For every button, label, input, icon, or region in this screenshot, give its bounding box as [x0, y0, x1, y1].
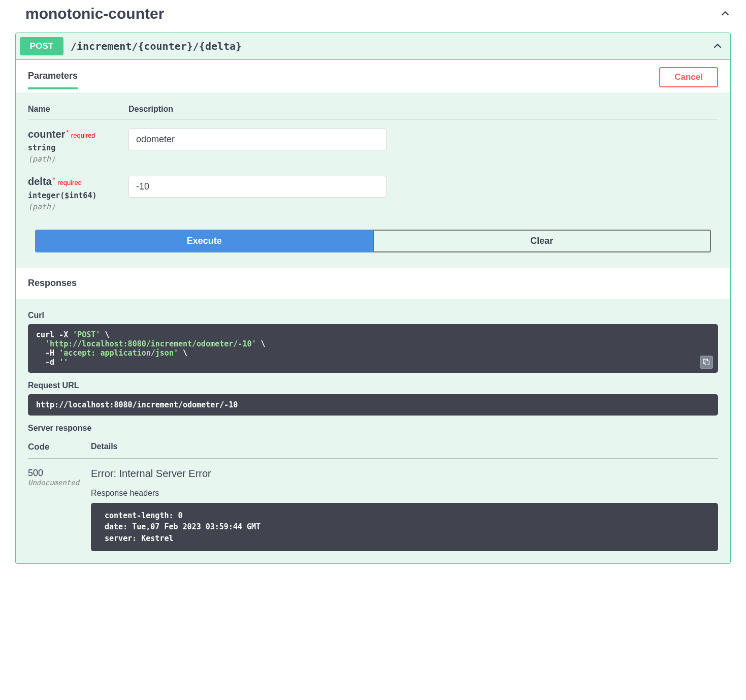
request-url-label: Request URL [28, 381, 718, 390]
server-response-label: Server response [28, 424, 718, 433]
cancel-button[interactable]: Cancel [659, 67, 718, 87]
param-row: delta* required integer($int64) (path) [28, 167, 718, 214]
param-table-header: Name Description [28, 105, 718, 119]
execute-button[interactable]: Execute [35, 230, 373, 252]
curl-block: curl -X 'POST' \ 'http://localhost:8080/… [28, 324, 718, 373]
col-name-header: Name [28, 105, 128, 114]
param-row: counter* required string (path) [28, 119, 718, 167]
param-input-delta[interactable] [128, 176, 386, 198]
copy-icon[interactable] [700, 356, 713, 369]
param-in: (path) [28, 154, 128, 164]
param-type: integer($int64) [28, 191, 128, 200]
required-star: * [66, 129, 69, 136]
chevron-up-icon[interactable] [720, 8, 731, 19]
section-header[interactable]: monotonic-counter [15, 0, 731, 33]
required-text: required [57, 179, 82, 187]
responses-body: Curl curl -X 'POST' \ 'http://localhost:… [16, 299, 730, 564]
clear-button[interactable]: Clear [373, 230, 711, 252]
col-desc-header: Description [128, 105, 173, 114]
request-url-block: http://localhost:8080/increment/odometer… [28, 394, 718, 416]
operation-path: /increment/{counter}/{delta} [71, 40, 712, 52]
section-title: monotonic-counter [25, 5, 164, 22]
chevron-up-icon[interactable] [712, 41, 723, 52]
response-headers-block: content-length: 0 date: Tue,07 Feb 2023 … [91, 503, 718, 552]
param-name: counter [28, 129, 65, 140]
curl-label: Curl [28, 311, 718, 320]
operation-summary[interactable]: POST /increment/{counter}/{delta} [16, 33, 730, 60]
response-row: 500 Undocumented Error: Internal Server … [28, 459, 718, 552]
param-in: (path) [28, 202, 128, 211]
response-headers-label: Response headers [91, 489, 718, 498]
col-code-header: Code [28, 442, 91, 452]
response-code: 500 [28, 468, 91, 479]
error-message: Error: Internal Server Error [91, 468, 718, 480]
required-star: * [53, 176, 55, 183]
param-input-counter[interactable] [128, 129, 386, 150]
button-row: Execute Clear [28, 214, 718, 256]
operation-block: POST /increment/{counter}/{delta} Parame… [15, 33, 731, 564]
param-type: string [28, 143, 128, 152]
responses-header: Responses [16, 268, 730, 299]
tab-row: Parameters Cancel [16, 60, 730, 92]
svg-rect-0 [705, 361, 709, 365]
response-table-header: Code Details [28, 442, 718, 459]
parameters-body: Name Description counter* required strin… [16, 92, 730, 268]
method-badge: POST [20, 37, 63, 55]
tab-parameters[interactable]: Parameters [28, 71, 78, 89]
required-text: required [71, 132, 95, 139]
col-details-header: Details [91, 442, 117, 452]
undocumented-label: Undocumented [28, 479, 91, 487]
param-name: delta [28, 176, 52, 187]
